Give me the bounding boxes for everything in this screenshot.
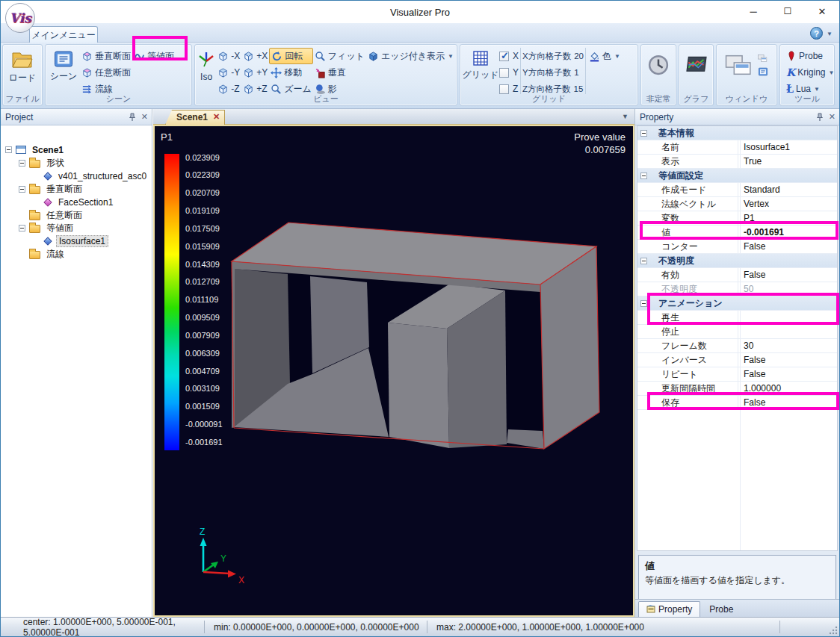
expand-toggle[interactable] (640, 300, 647, 307)
grid-axis-toggle[interactable]: X (499, 48, 519, 64)
expand-toggle[interactable] (19, 225, 25, 232)
view-minus-y-button[interactable]: -Y (216, 64, 241, 81)
property-row[interactable]: 法線ベクトルVertex (637, 197, 837, 211)
maximize-button[interactable]: ☐ (770, 1, 805, 22)
chevron-down-icon[interactable]: ▼ (622, 113, 629, 120)
property-value[interactable]: -0.001691 (738, 227, 784, 237)
property-row[interactable]: 更新間隔時間1.000000 (637, 382, 837, 396)
tree-item[interactable]: v401_structured_asc0 (1, 170, 152, 183)
app-logo-icon[interactable]: Vis (5, 3, 35, 33)
tab-main-menu[interactable]: メインメニュー (29, 26, 98, 43)
property-row[interactable]: 不透明度50 (637, 282, 837, 296)
expand-toggle[interactable] (640, 258, 647, 264)
checkbox-checked-icon[interactable] (499, 52, 509, 61)
property-row[interactable]: 有効False (637, 268, 837, 282)
rotate-button[interactable]: 回転 (269, 48, 313, 64)
perpendicular-button[interactable]: 垂直 (313, 64, 366, 81)
expand-toggle[interactable] (640, 173, 647, 179)
expand-toggle[interactable] (19, 186, 25, 193)
kriging-button[interactable]: K Kriging ▼ (785, 64, 833, 81)
tree-item[interactable]: Isosurface1 (1, 235, 152, 249)
grid-count-value[interactable]: 1 (574, 68, 578, 77)
property-row[interactable]: 表示True (637, 155, 837, 169)
probe-button[interactable]: Probe (785, 48, 833, 64)
expand-toggle[interactable] (5, 146, 12, 153)
arbitrary-section-button[interactable]: 任意断面 (80, 64, 132, 81)
load-button[interactable]: ロード (9, 46, 37, 94)
tab-property[interactable]: Property (638, 601, 700, 617)
tree-item[interactable]: 任意断面 (1, 209, 152, 223)
grid-color-button[interactable]: 色 ▼ (587, 48, 622, 64)
property-group-header[interactable]: 不透明度 (637, 254, 837, 268)
property-value[interactable]: False (738, 241, 765, 252)
unsteady-button[interactable] (647, 54, 670, 79)
close-button[interactable]: ✕ (805, 1, 839, 22)
window-layout-button[interactable] (725, 52, 755, 81)
property-row[interactable]: 変数P1 (637, 211, 837, 226)
property-row[interactable]: 保存False (637, 396, 837, 410)
tab-probe[interactable]: Probe (702, 601, 741, 617)
property-row[interactable]: 名前Isosurface1 (637, 140, 837, 155)
property-value[interactable]: P1 (738, 213, 755, 223)
grid-button[interactable]: グリッド (462, 46, 499, 94)
view-plusminus-y-button[interactable]: +Y (241, 64, 269, 81)
document-list-icon[interactable] (758, 67, 768, 76)
graph-button[interactable] (685, 55, 708, 78)
tree-item[interactable]: 等値面 (1, 222, 152, 235)
property-group-header[interactable]: 等値面設定 (637, 169, 837, 183)
tree-item[interactable]: 形状 (1, 157, 152, 170)
property-value[interactable]: 30 (738, 341, 753, 351)
property-row[interactable]: インバースFalse (637, 353, 837, 367)
pin-icon[interactable] (816, 113, 824, 122)
scene-button[interactable]: シーン (47, 46, 80, 94)
property-value[interactable]: False (738, 369, 765, 379)
view-plusminus-x-button[interactable]: +X (241, 48, 269, 64)
property-value[interactable]: False (738, 397, 765, 408)
property-value[interactable]: True (738, 156, 762, 167)
tree-item[interactable]: Scene1 (1, 143, 152, 157)
property-value[interactable]: Standard (738, 184, 780, 195)
tree-item[interactable]: FaceSection1 (1, 196, 152, 209)
close-tab-icon[interactable]: ✕ (213, 112, 220, 125)
minimize-button[interactable]: ─ (736, 1, 770, 22)
grid-count-value[interactable]: 20 (574, 52, 584, 60)
property-value[interactable]: Isosurface1 (738, 142, 790, 152)
expand-toggle[interactable] (19, 160, 25, 167)
tile-windows-icon[interactable] (758, 54, 768, 63)
property-group-header[interactable]: アニメーション (637, 296, 837, 311)
close-icon[interactable]: ✕ (141, 112, 148, 122)
property-group-header[interactable]: 基本情報 (637, 126, 837, 140)
grid-count-value[interactable]: 15 (574, 84, 584, 93)
property-row[interactable]: コンターFalse (637, 240, 837, 254)
property-row[interactable]: 停止 (637, 325, 837, 339)
resize-grip[interactable] (829, 626, 838, 635)
property-value[interactable]: 50 (738, 284, 753, 294)
expand-toggle[interactable] (640, 130, 647, 137)
property-row[interactable]: リピートFalse (637, 367, 837, 382)
property-row[interactable]: 再生 (637, 311, 837, 325)
grid-axis-toggle[interactable]: Y (499, 64, 519, 81)
property-value[interactable]: False (738, 355, 765, 365)
property-row[interactable]: 値-0.001691 (637, 226, 837, 240)
move-button[interactable]: 移動 (269, 64, 313, 81)
vertical-section-button[interactable]: 垂直断面 (80, 48, 132, 64)
fit-button[interactable]: フィット (313, 48, 366, 64)
tree-item[interactable]: 流線 (1, 248, 152, 261)
tree-item[interactable]: 垂直断面 (1, 183, 152, 196)
close-icon[interactable]: ✕ (829, 112, 836, 122)
isosurface-button[interactable]: 等値面 (132, 48, 176, 64)
property-value[interactable]: Vertex (738, 199, 769, 209)
property-row[interactable]: フレーム数30 (637, 339, 837, 353)
viewport-3d[interactable]: P1 0.0239090.0223090.0207090.0191090.017… (153, 125, 634, 617)
iso-view-button[interactable]: Iso (197, 46, 216, 94)
pin-icon[interactable] (129, 113, 136, 122)
property-row[interactable]: 作成モードStandard (637, 183, 837, 197)
checkbox-unchecked-icon[interactable] (499, 68, 509, 78)
chevron-down-icon[interactable]: ▼ (827, 31, 833, 37)
view-minus-x-button[interactable]: -X (216, 48, 241, 64)
property-value[interactable]: False (738, 270, 765, 280)
checkbox-unchecked-icon[interactable] (499, 84, 509, 94)
help-icon[interactable]: ? (810, 27, 823, 40)
tab-scene1[interactable]: Scene1 ✕ (165, 110, 225, 125)
property-value[interactable]: 1.000000 (738, 383, 781, 394)
